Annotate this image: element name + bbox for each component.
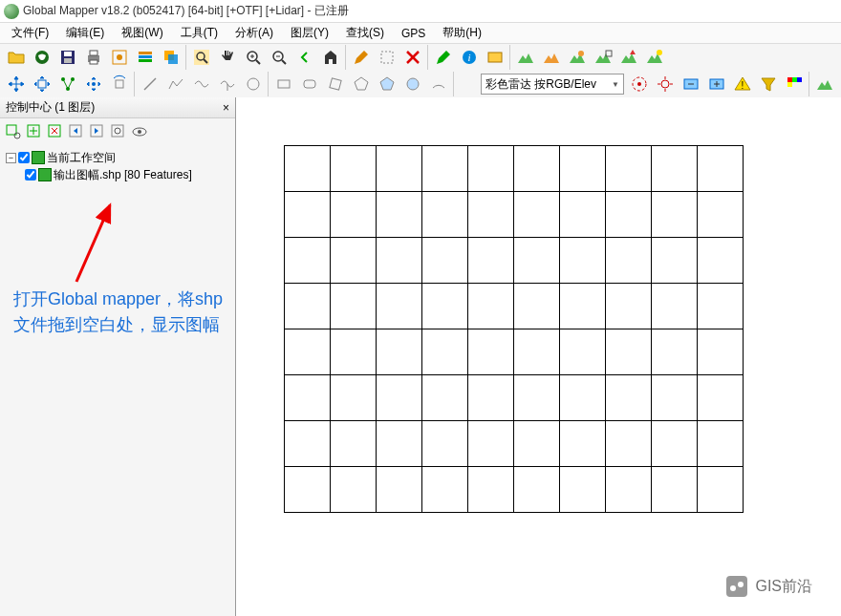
svg-marker-42 [34, 82, 36, 86]
filter-button[interactable] [756, 72, 781, 96]
svg-line-97 [76, 205, 110, 282]
shader-profile-button[interactable] [812, 72, 837, 96]
arc-button[interactable] [426, 72, 451, 96]
menu-gps[interactable]: GPS [394, 25, 433, 42]
fill-poly-button[interactable] [375, 72, 399, 96]
nav-prev-button[interactable] [67, 122, 86, 141]
map-viewport[interactable]: GIS前沿 [236, 97, 841, 616]
open-file-button[interactable] [4, 45, 29, 70]
color-picker-button[interactable] [782, 72, 807, 96]
orient-rect-button[interactable] [323, 72, 348, 96]
save-button[interactable] [55, 45, 80, 70]
freehand-button[interactable] [189, 72, 214, 96]
svg-rect-29 [488, 53, 502, 62]
menu-tools[interactable]: 工具(T) [173, 23, 226, 43]
split-button[interactable] [55, 72, 80, 96]
svg-point-8 [117, 54, 122, 60]
node-move-button[interactable] [81, 72, 106, 96]
back-button[interactable] [292, 45, 317, 70]
feature-grid [284, 145, 744, 513]
settings-button[interactable] [653, 72, 678, 96]
overlay-control-button[interactable] [159, 45, 183, 70]
move-box-button[interactable] [30, 72, 54, 96]
arrow-annotation [67, 201, 124, 287]
zoom-layer-button[interactable] [109, 122, 128, 141]
svg-point-93 [115, 128, 120, 134]
toolbar-row-2: 彩色雷达 按RGB/Elev ▼ ! [0, 71, 841, 97]
menu-edit[interactable]: 编辑(E) [58, 23, 112, 43]
menu-layers[interactable]: 图层(Y) [283, 23, 336, 43]
layer-plus-button[interactable] [704, 72, 729, 96]
nav-next-button[interactable] [88, 122, 107, 141]
warning-button[interactable]: ! [730, 72, 755, 96]
svg-rect-78 [797, 77, 802, 82]
shader-sun-button[interactable] [642, 45, 667, 70]
svg-rect-24 [381, 52, 393, 63]
trace-button[interactable] [215, 72, 240, 96]
rotate-button[interactable] [107, 72, 132, 96]
tree-collapse-icon[interactable]: − [6, 153, 16, 163]
svg-line-53 [144, 78, 156, 90]
shader-up-button[interactable] [616, 45, 641, 70]
rect-button[interactable] [483, 45, 507, 70]
menu-help[interactable]: 帮助(H) [435, 23, 489, 43]
tree-root-label: 当前工作空间 [47, 150, 116, 166]
circle-tool-button[interactable] [241, 72, 266, 96]
svg-point-95 [138, 130, 141, 134]
shader-orange-button[interactable] [539, 45, 564, 70]
select-button[interactable] [375, 45, 399, 70]
app-icon [4, 4, 19, 19]
tree-layer-checkbox[interactable] [25, 169, 36, 181]
svg-point-32 [657, 50, 662, 55]
menu-view[interactable]: 视图(W) [114, 23, 170, 43]
svg-point-63 [637, 82, 641, 86]
zoom-out-button[interactable] [267, 45, 291, 70]
svg-point-64 [661, 80, 669, 88]
zoom-in-button[interactable] [241, 45, 266, 70]
tree-layer-row[interactable]: 输出图幅.shp [80 Features] [6, 166, 229, 183]
rect-draw-button[interactable] [271, 72, 296, 96]
shader-dropdown-value: 彩色雷达 按RGB/Elev [485, 76, 596, 93]
polygon-button[interactable] [349, 72, 374, 96]
layer-min-button[interactable] [679, 72, 703, 96]
shader-dropdown[interactable]: 彩色雷达 按RGB/Elev ▼ [481, 74, 624, 95]
shader-grid-button[interactable] [591, 45, 615, 70]
tree-root-checkbox[interactable] [18, 152, 30, 163]
config-button[interactable] [107, 45, 132, 70]
zoom-tool-button[interactable] [189, 45, 214, 70]
info-button[interactable]: i [457, 45, 482, 70]
expand-tree-button[interactable] [4, 122, 23, 141]
pan-tool-button[interactable] [215, 45, 240, 70]
line-tool-button[interactable] [138, 72, 162, 96]
remove-layer-button[interactable] [46, 122, 65, 141]
panel-close-button[interactable]: × [223, 101, 229, 115]
polyline-button[interactable] [163, 72, 188, 96]
add-layer-button[interactable] [25, 122, 44, 141]
shader-3d-button[interactable] [565, 45, 590, 70]
hsv-button[interactable] [627, 72, 652, 96]
fill-circle-button[interactable] [400, 72, 425, 96]
svg-text:i: i [467, 52, 470, 63]
watermark-text: GIS前沿 [755, 577, 812, 597]
menu-analysis[interactable]: 分析(A) [227, 23, 281, 43]
round-rect-button[interactable] [297, 72, 322, 96]
control-center-button[interactable] [133, 45, 158, 70]
svg-rect-52 [116, 80, 123, 88]
shader-green-button[interactable] [513, 45, 538, 70]
toolbar-row-1: i [0, 44, 841, 71]
visibility-button[interactable] [130, 122, 149, 141]
delete-button[interactable] [400, 45, 425, 70]
menu-find[interactable]: 查找(S) [338, 23, 392, 43]
menu-file[interactable]: 文件(F) [4, 23, 56, 43]
download-online-button[interactable] [30, 45, 54, 70]
svg-line-22 [282, 60, 286, 64]
svg-point-81 [14, 133, 20, 138]
tree-root-row[interactable]: − 当前工作空间 [6, 149, 229, 166]
digitizer-button[interactable] [349, 45, 374, 70]
workspace-icon [32, 151, 45, 164]
layer-tree: − 当前工作空间 输出图幅.shp [80 Features] [0, 145, 235, 187]
feature-info-button[interactable] [431, 45, 456, 70]
move-button[interactable] [4, 72, 29, 96]
full-extent-button[interactable] [318, 45, 343, 70]
print-button[interactable] [81, 45, 106, 70]
